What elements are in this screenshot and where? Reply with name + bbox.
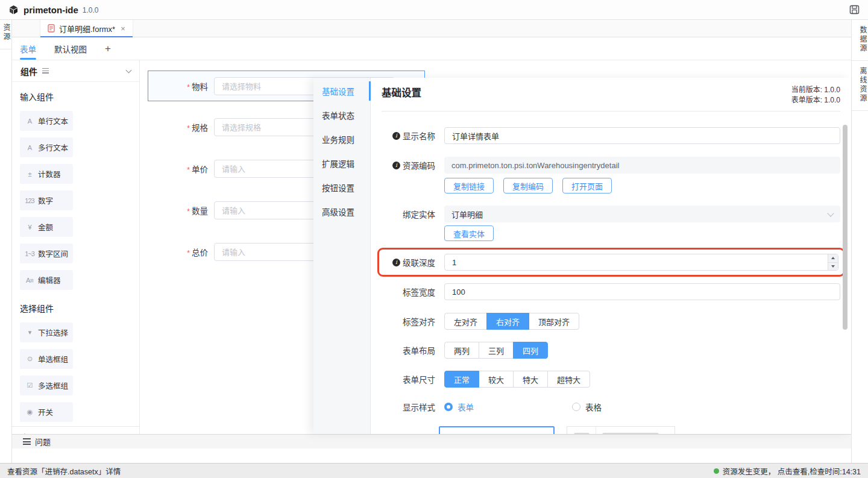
component-item-number-range[interactable]: 1~3数字区间	[20, 244, 73, 263]
bind-entity-select[interactable]: 订单明细	[444, 206, 840, 222]
size-normal-option[interactable]: 正常	[444, 371, 479, 388]
align-left-option[interactable]: 左对齐	[444, 313, 487, 330]
display-name-row: 显示名称	[382, 127, 840, 144]
tab-default-view[interactable]: 默认视图	[54, 37, 87, 60]
display-style-label: 显示样式	[382, 401, 435, 413]
field-label: *单价	[148, 163, 208, 175]
field-label: *物料	[148, 80, 208, 92]
currency-icon: ¥	[25, 224, 34, 231]
component-item-number[interactable]: 123数字	[20, 190, 73, 210]
component-item-label: 多行文本	[38, 142, 68, 153]
sidebar-item-resources[interactable]: 资源	[0, 20, 11, 49]
status-resource-detail[interactable]: 查看资源「进销存.datasetx」详情	[7, 465, 121, 477]
current-version: 当前版本: 1.0.0	[791, 85, 840, 95]
settings-menu-basic[interactable]: 基础设置	[313, 79, 370, 103]
vertical-scrollbar[interactable]	[843, 125, 848, 330]
problems-bar[interactable]: 问题	[12, 434, 851, 448]
spinner-down-button[interactable]	[828, 263, 838, 271]
section-title-select-components: 选择组件	[20, 302, 131, 315]
display-name-input[interactable]	[444, 127, 840, 144]
required-star: *	[187, 207, 190, 216]
cascade-depth-input[interactable]	[444, 254, 838, 271]
component-item-label: 计数器	[38, 168, 61, 180]
two-column-option[interactable]: 两列	[444, 342, 479, 359]
editor-tab-order-detail-formx[interactable]: 订单明细.formx* ×	[40, 20, 133, 37]
component-item-label: 下拉选择	[38, 327, 68, 338]
editor-tab-label: 订单明细.formx*	[59, 23, 115, 34]
info-icon	[392, 162, 400, 169]
align-right-option[interactable]: 右对齐	[486, 313, 529, 330]
copy-code-button[interactable]: 复制编码	[503, 178, 553, 193]
required-star: *	[187, 83, 190, 92]
view-entity-button[interactable]: 查看实体	[444, 225, 494, 241]
radio-selected-icon	[444, 403, 453, 411]
field-label: *规格	[148, 121, 208, 133]
component-item-label: 开关	[38, 406, 53, 418]
spinner-up-button[interactable]	[828, 254, 838, 263]
label-width-input[interactable]	[444, 283, 840, 300]
four-column-option[interactable]: 四列	[513, 342, 548, 359]
component-item-label: 数字	[38, 195, 53, 206]
form-style-radio[interactable]: 表单	[444, 401, 474, 413]
form-file-icon	[48, 24, 55, 33]
required-star: *	[187, 249, 190, 257]
component-item-single-line-text[interactable]: A单行文本	[20, 111, 73, 131]
form-layout-label: 表单布局	[382, 344, 435, 356]
switch-icon: ◉	[25, 408, 34, 416]
component-item-dropdown[interactable]: ▾下拉选择	[20, 322, 73, 342]
label-text: 标签宽度	[403, 286, 435, 298]
sidebar-item-datasource[interactable]: 数据源	[852, 20, 868, 61]
component-item-switch[interactable]: ◉开关	[20, 402, 73, 422]
version-info: 当前版本: 1.0.0 表单版本: 1.0.0	[791, 85, 840, 105]
status-resource-changed[interactable]: 资源发生变更， 点击查看,检查时间:14:31	[714, 465, 861, 477]
settings-content: 基础设置 当前版本: 1.0.0 表单版本: 1.0.0 显示名称 资源编码	[371, 78, 851, 434]
radio-label: 表单	[458, 401, 474, 413]
align-top-option[interactable]: 顶部对齐	[529, 313, 579, 330]
component-item-editor[interactable]: A≡编辑器	[20, 270, 73, 290]
component-item-checkbox-group[interactable]: ☑多选框组	[20, 376, 73, 395]
table-style-preview[interactable]: ◎ 查看Api	[567, 426, 675, 434]
cascade-depth-label: 级联深度	[382, 256, 435, 268]
form-style-preview-selected[interactable]	[439, 426, 555, 434]
app-title: primeton-ide	[24, 5, 78, 15]
list-icon	[42, 68, 49, 74]
settings-menu-business-rules[interactable]: 业务规则	[313, 127, 370, 151]
size-xxlarge-option[interactable]: 超特大	[547, 371, 590, 388]
field-label-text: 总价	[192, 248, 208, 257]
components-scroll-area[interactable]: 输入组件 A单行文本 A多行文本 ±计数器 123数字 ¥金额 1~3数字区间 …	[12, 82, 139, 426]
sidebar-item-offline-resources[interactable]: 离线资源	[852, 61, 868, 111]
settings-menu-advanced[interactable]: 高级设置	[313, 200, 370, 224]
tab-form-view[interactable]: 表单	[20, 37, 36, 60]
component-item-amount[interactable]: ¥金额	[20, 217, 73, 237]
arrow-up-icon	[831, 257, 835, 259]
chevron-down-icon[interactable]	[126, 67, 132, 73]
settings-menu-button-settings[interactable]: 按钮设置	[313, 175, 370, 200]
field-label: *数量	[148, 204, 208, 216]
arrow-down-icon	[831, 265, 835, 268]
form-size-row: 表单尺寸 正常 较大 特大 超特大	[382, 371, 840, 388]
settings-menu-form-state[interactable]: 表单状态	[313, 103, 370, 127]
component-item-radio-group[interactable]: ⊙单选框组	[20, 349, 73, 369]
size-large-option[interactable]: 较大	[479, 371, 514, 388]
workbench-body: 组件 输入组件 A单行文本 A多行文本 ±计数器 123数字 ¥金额 1~3数字…	[12, 60, 851, 448]
settings-panel-title: 基础设置	[382, 85, 421, 99]
components-panel-header: 组件	[12, 60, 139, 82]
component-item-multi-line-text[interactable]: A多行文本	[20, 137, 73, 157]
display-style-row: 显示样式 表单 表格	[382, 401, 840, 413]
add-view-button[interactable]: +	[105, 43, 111, 55]
label-text: 显示样式	[403, 401, 435, 413]
close-icon[interactable]: ×	[121, 24, 125, 33]
size-xlarge-option[interactable]: 特大	[513, 371, 548, 388]
open-page-button[interactable]: 打开页面	[562, 178, 612, 193]
settings-menu-extension-logic[interactable]: 扩展逻辑	[313, 151, 370, 175]
info-icon	[392, 132, 400, 140]
radio-group-icon: ⊙	[25, 355, 34, 363]
label-text: 表单布局	[403, 344, 435, 356]
save-icon[interactable]	[849, 5, 860, 14]
table-style-radio[interactable]: 表格	[572, 401, 602, 413]
copy-link-button[interactable]: 复制链接	[444, 178, 494, 193]
resource-code-value: com.primeton.ton.psi.tonWarehousingentry…	[444, 157, 840, 174]
three-column-option[interactable]: 三列	[479, 342, 514, 359]
component-item-counter[interactable]: ±计数器	[20, 164, 73, 184]
components-panel-title: 组件	[20, 65, 37, 77]
